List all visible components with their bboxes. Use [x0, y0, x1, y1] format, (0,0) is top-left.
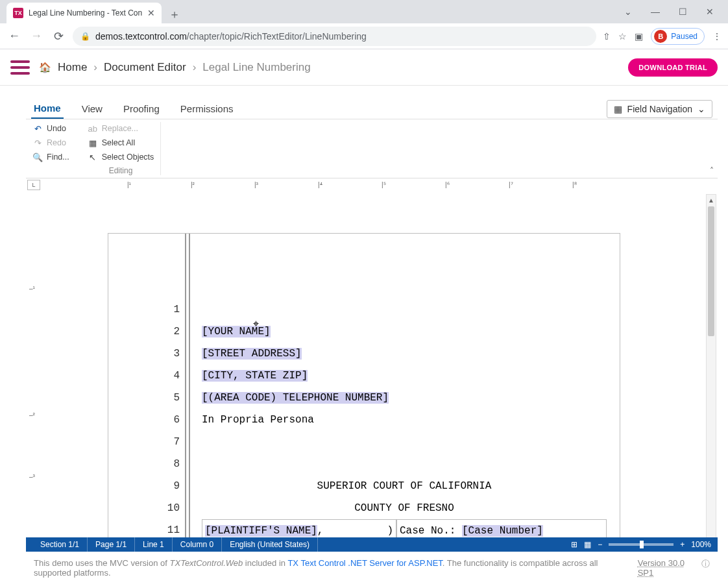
- avatar: B: [654, 30, 667, 43]
- breadcrumb-home[interactable]: Home: [58, 61, 87, 74]
- field-city[interactable]: [CITY, STATE ZIP]: [202, 370, 308, 382]
- lock-icon: 🔒: [80, 32, 90, 41]
- ribbon-group-label: Editing: [85, 165, 157, 175]
- breadcrumb-editor[interactable]: Document Editor: [104, 61, 186, 74]
- replace-button[interactable]: abReplace...: [85, 122, 157, 135]
- browser-titlebar: TX Legal Line Numbering - Text Con ✕ ＋ ⌄…: [0, 0, 728, 23]
- vertical-ruler[interactable]: –¹ –² –³: [27, 194, 40, 552]
- tab-view[interactable]: View: [79, 99, 105, 118]
- footer-link[interactable]: TX Text Control .NET Server for ASP.NET: [287, 558, 442, 568]
- select-all-button[interactable]: ▦Select All: [85, 136, 157, 149]
- zoom-value[interactable]: 100%: [691, 540, 711, 549]
- field-case-no[interactable]: [Case Number]: [462, 525, 543, 537]
- chevron-right-icon: ›: [93, 61, 97, 74]
- collapse-ribbon-icon[interactable]: ˄: [710, 166, 714, 175]
- panel-icon[interactable]: ▣: [635, 31, 643, 42]
- close-window-icon[interactable]: ✕: [702, 6, 718, 17]
- tab-permissions[interactable]: Permissions: [178, 99, 236, 118]
- breadcrumb-leaf: Legal Line Numbering: [202, 61, 310, 74]
- fieldnav-icon: ▦: [614, 104, 622, 114]
- share-icon[interactable]: ⇧: [603, 31, 611, 42]
- zoom-knob[interactable]: [640, 541, 644, 548]
- paused-label: Paused: [671, 32, 698, 41]
- address-bar: ← → ⟳ 🔒 demos.textcontrol.com/chapter/to…: [0, 23, 728, 49]
- field-navigation-dropdown[interactable]: ▦ Field Navigation ⌄: [607, 100, 712, 118]
- status-line[interactable]: Line 1: [135, 537, 173, 552]
- editor-shell: Home View Proofing Permissions ▦ Field N…: [0, 86, 728, 588]
- url-domain: demos.textcontrol.com: [95, 31, 187, 42]
- redo-icon: ↷: [32, 138, 43, 148]
- document-content[interactable]: [YOUR NAME] [STREET ADDRESS] [CITY, STAT…: [202, 299, 607, 552]
- url-field[interactable]: 🔒 demos.textcontrol.com/chapter/topic/Ri…: [73, 27, 596, 46]
- maximize-icon[interactable]: ☐: [675, 6, 690, 17]
- chevron-down-icon: ⌄: [698, 104, 705, 114]
- caret-down-icon[interactable]: ⌄: [620, 6, 636, 17]
- minimize-icon[interactable]: —: [648, 6, 663, 17]
- legal-double-line: [185, 234, 190, 552]
- status-column[interactable]: Column 0: [173, 537, 222, 552]
- status-language[interactable]: English (United States): [222, 537, 318, 552]
- status-bar: Section 1/1 Page 1/1 Line 1 Column 0 Eng…: [26, 537, 718, 552]
- replace-icon: ab: [88, 123, 98, 134]
- status-section[interactable]: Section 1/1: [32, 537, 88, 552]
- bookmark-icon[interactable]: ☆: [618, 31, 627, 42]
- status-page[interactable]: Page 1/1: [88, 537, 135, 552]
- version-link[interactable]: Version 30.0 SP1: [638, 558, 699, 578]
- home-icon: 🏠: [39, 62, 51, 73]
- pointer-icon: ↖: [88, 152, 98, 162]
- hamburger-icon[interactable]: [10, 60, 30, 75]
- kebab-menu-icon[interactable]: ⋮: [712, 31, 722, 42]
- back-button[interactable]: ←: [6, 29, 22, 43]
- find-button[interactable]: 🔍Find...: [30, 151, 72, 164]
- ribbon-tabs: Home View Proofing Permissions ▦ Field N…: [26, 96, 718, 119]
- new-tab-button[interactable]: ＋: [165, 5, 184, 23]
- breadcrumb: 🏠 Home › Document Editor › Legal Line Nu…: [39, 61, 311, 74]
- text-propria: In Propria Persona: [202, 414, 314, 426]
- field-phone[interactable]: [(AREA CODE) TELEPHONE NUMBER]: [202, 392, 389, 404]
- zoom-in-icon[interactable]: +: [680, 540, 685, 549]
- workspace: L |¹ |² |³ |⁴ |⁵ |⁶ |⁷ |⁸ –¹ –² –³ ▲ ▼ 1: [26, 178, 718, 552]
- chevron-right-icon: ›: [193, 61, 197, 74]
- download-trial-button[interactable]: DOWNLOAD TRIAL: [628, 58, 718, 77]
- zoom-slider[interactable]: [609, 543, 673, 546]
- fieldnav-label: Field Navigation: [627, 104, 692, 114]
- select-objects-button[interactable]: ↖Select Objects: [85, 151, 157, 164]
- text-county: COUNTY OF FRESNO: [354, 502, 454, 514]
- view-mode-icon[interactable]: ⊞: [571, 540, 577, 549]
- profile-paused-chip[interactable]: B Paused: [651, 28, 705, 45]
- site-header: 🏠 Home › Document Editor › Legal Line Nu…: [0, 49, 728, 86]
- favicon: TX: [13, 8, 23, 18]
- vertical-scrollbar[interactable]: ▲ ▼: [706, 194, 716, 552]
- undo-icon: ↶: [32, 123, 43, 134]
- view-web-icon[interactable]: ▦: [584, 540, 591, 549]
- undo-button[interactable]: ↶Undo: [30, 122, 72, 135]
- field-your-name[interactable]: [YOUR NAME]: [202, 326, 271, 337]
- scroll-thumb[interactable]: [708, 206, 714, 336]
- ribbon-body: ↶Undo ↷Redo 🔍Find... abReplace... ▦Selec…: [26, 119, 718, 178]
- zoom-out-icon[interactable]: −: [598, 540, 602, 549]
- tab-proofing[interactable]: Proofing: [121, 99, 162, 118]
- ruler-corner[interactable]: L: [27, 180, 40, 190]
- text-superior-court: SUPERIOR COURT OF CALIFORNIA: [317, 480, 492, 492]
- url-path: /chapter/topic/RichTextEditor/LineNumber…: [187, 31, 367, 42]
- info-icon[interactable]: ⓘ: [701, 558, 710, 578]
- horizontal-ruler[interactable]: |¹ |² |³ |⁴ |⁵ |⁶ |⁷ |⁸: [43, 180, 703, 191]
- window-controls: ⌄ — ☐ ✕: [620, 3, 723, 23]
- close-tab-icon[interactable]: ✕: [147, 8, 155, 18]
- document-page[interactable]: 1 2 3 4 5 6 7 8 9 10 11 12 [YOUR NAME] […: [108, 233, 620, 552]
- field-street[interactable]: [STREET ADDRESS]: [202, 348, 302, 360]
- browser-tab[interactable]: TX Legal Line Numbering - Text Con ✕: [6, 3, 162, 23]
- select-all-icon: ▦: [88, 138, 98, 148]
- search-icon: 🔍: [32, 152, 43, 162]
- document-area[interactable]: 1 2 3 4 5 6 7 8 9 10 11 12 [YOUR NAME] […: [43, 194, 703, 552]
- redo-button[interactable]: ↷Redo: [30, 136, 72, 149]
- field-plaintiff[interactable]: [PLAINTIFF'S NAME]: [205, 525, 317, 537]
- tab-title: Legal Line Numbering - Text Con: [29, 8, 142, 18]
- line-numbers: 1 2 3 4 5 6 7 8 9 10 11 12: [160, 299, 180, 552]
- scroll-up-icon[interactable]: ▲: [707, 195, 716, 205]
- reload-button[interactable]: ⟳: [51, 29, 66, 43]
- footer-note: This demo uses the MVC version of TXText…: [26, 552, 718, 588]
- forward-button[interactable]: →: [29, 29, 44, 43]
- text-cursor-icon: ⌖: [253, 318, 259, 330]
- tab-home[interactable]: Home: [31, 99, 64, 119]
